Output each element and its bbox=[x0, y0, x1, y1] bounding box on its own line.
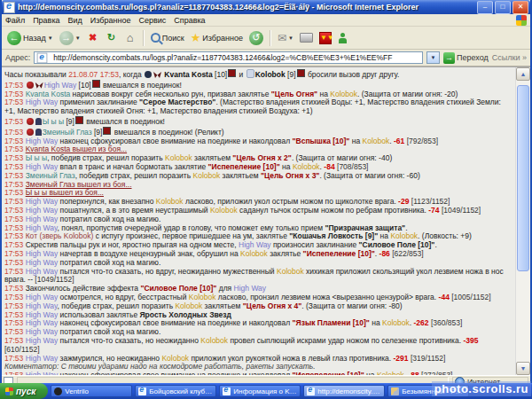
stop-button[interactable]: ✖ bbox=[85, 31, 101, 45]
scroll-down-icon[interactable]: ▼ bbox=[516, 362, 530, 375]
log-text: на bbox=[378, 231, 390, 240]
player-link-highway[interactable]: High Way bbox=[26, 293, 59, 301]
log-text bbox=[23, 81, 25, 90]
download-manager-button[interactable]: ▼▼ bbox=[317, 31, 333, 45]
favorites-button[interactable]: ★ Избранное bbox=[189, 30, 245, 45]
taskbar-item-fight-club[interactable]: Бойцовский клуб - ... bbox=[135, 385, 216, 397]
forward-button[interactable]: → ▼ bbox=[58, 30, 82, 46]
player-link-highway[interactable]: High Way bbox=[44, 81, 77, 90]
taskbar-item-ventrilo[interactable]: Ventrilo bbox=[51, 385, 132, 397]
player-link-highway[interactable]: High Way bbox=[26, 327, 59, 336]
player-link-highway[interactable]: High Way bbox=[26, 215, 59, 223]
log-time: 17:53 bbox=[4, 206, 23, 215]
left-battle-link[interactable]: Ы ы ы вышел из боя... bbox=[26, 188, 104, 197]
spell-name: Ярость Холодных Звезд bbox=[140, 310, 231, 319]
close-button[interactable]: ✕ bbox=[512, 1, 528, 14]
home-button[interactable]: ⌂ bbox=[122, 31, 138, 45]
player-link-kolobok[interactable]: Kolobok bbox=[175, 301, 202, 310]
refresh-button[interactable]: ↻ bbox=[104, 31, 120, 45]
player-link-kolobok[interactable]: Kolobok bbox=[363, 137, 390, 145]
menu-favorites[interactable]: Избранное bbox=[90, 16, 131, 25]
restore-button[interactable]: □ bbox=[495, 1, 511, 14]
back-icon: ← bbox=[7, 31, 21, 45]
address-input[interactable]: http://demonscity.combats.ru/logs.pl?ana… bbox=[34, 51, 423, 64]
player-link-kolobok[interactable]: Kolobok bbox=[200, 336, 228, 345]
player-link[interactable]: Ы ы ы bbox=[43, 117, 64, 126]
player-link-highway[interactable]: High Way bbox=[26, 137, 59, 145]
log-time: 17:53 bbox=[4, 90, 23, 98]
spell-name: "Силовое Поле [10]" bbox=[359, 240, 435, 249]
messenger-button[interactable] bbox=[336, 32, 350, 44]
back-button[interactable]: ← Назад ▼ bbox=[5, 30, 55, 46]
player-link-kolobok[interactable]: Kolobok bbox=[165, 153, 192, 162]
menu-view[interactable]: Вид bbox=[68, 16, 82, 25]
left-battle-link[interactable]: Змеиный Глаз вышел из боя... bbox=[26, 180, 132, 189]
scroll-up-icon[interactable]: ▲ bbox=[516, 67, 530, 81]
player-link[interactable]: Змеиный Глаз bbox=[26, 171, 75, 180]
player-link-highway[interactable]: High Way bbox=[26, 249, 59, 258]
log-text: Закончилось действие эффекта bbox=[23, 284, 140, 293]
player-link-highway[interactable]: High Way bbox=[234, 284, 267, 293]
log-text: потратил свой ход на магию. bbox=[58, 327, 160, 336]
player-link-highway[interactable]: High Way bbox=[26, 98, 59, 106]
mail-button[interactable]: ✉ ▼ bbox=[276, 31, 295, 45]
taskbar-item-info-kolobok[interactable]: Информация о Kolo... bbox=[219, 385, 301, 397]
menu-tools[interactable]: Сервис bbox=[138, 16, 166, 25]
player-link-kolobok[interactable]: Kolobok bbox=[330, 90, 357, 98]
player-link[interactable]: Kvanta Kosta bbox=[26, 90, 71, 98]
inf-icon bbox=[75, 116, 83, 124]
hp-value: [319/1152] bbox=[411, 354, 446, 363]
go-button[interactable]: → Переход bbox=[443, 52, 489, 64]
player-link[interactable]: Ы ы ы bbox=[26, 153, 47, 162]
player-link-kolobok[interactable]: Kolobok bbox=[382, 318, 410, 327]
scrollbar-thumb[interactable] bbox=[517, 85, 529, 271]
minimize-button[interactable]: – bbox=[477, 1, 493, 14]
player-link[interactable]: Змеиный Глаз bbox=[43, 128, 92, 137]
log-text: наконец сфокусировал свое внимание на по… bbox=[58, 318, 292, 327]
player-link-highway[interactable]: High Way bbox=[26, 267, 59, 276]
player-link-kolobok[interactable]: Kolobok bbox=[293, 162, 320, 171]
taskbar-item-demonscity-active[interactable]: http://demonscity.c... bbox=[303, 385, 385, 397]
print-button[interactable] bbox=[298, 32, 315, 43]
player-link-kolobok[interactable]: Kolobok bbox=[377, 371, 404, 375]
address-dropdown-icon[interactable]: ▼ bbox=[426, 51, 440, 64]
player-link-highway[interactable]: High Way bbox=[26, 162, 59, 171]
log-time: 17:53 bbox=[4, 249, 23, 258]
home-icon: ⌂ bbox=[124, 32, 137, 44]
left-battle-link[interactable]: Kvanta Kosta вышел из боя... bbox=[26, 145, 127, 153]
damage-value: -88 bbox=[408, 371, 419, 375]
player-link-highway[interactable]: High Way bbox=[26, 223, 58, 232]
player-link-kolobok[interactable]: Kolobok bbox=[189, 293, 216, 301]
player-link-highway[interactable]: High Way bbox=[26, 318, 59, 327]
player-link-highway[interactable]: High Way bbox=[26, 197, 59, 206]
links-button[interactable]: Ссылки » bbox=[492, 53, 527, 62]
player-link-kolobok[interactable]: Kolobok bbox=[210, 206, 238, 215]
log-time: 17:53 bbox=[4, 117, 23, 126]
player-link-kolobok[interactable]: Kolobok bbox=[156, 197, 184, 206]
log-time: 17:53 bbox=[4, 81, 23, 90]
player-link-highway[interactable]: High Way bbox=[239, 240, 271, 249]
player-link-highway[interactable]: High Way bbox=[26, 310, 59, 319]
player-link-highway[interactable]: High Way bbox=[26, 371, 59, 375]
log-time: 17:53 bbox=[4, 171, 23, 180]
menu-file[interactable]: Файл bbox=[5, 16, 25, 25]
player-link-highway[interactable]: High Way bbox=[26, 336, 59, 345]
player-link-highway[interactable]: High Way bbox=[26, 206, 59, 215]
menu-help[interactable]: Справка bbox=[174, 16, 205, 25]
menu-edit[interactable]: Правка bbox=[33, 16, 59, 25]
player-link-highway[interactable]: High Way bbox=[26, 258, 59, 267]
forward-dropdown-icon[interactable]: ▼ bbox=[75, 35, 81, 41]
player-link-kolobok[interactable]: Kolobok bbox=[277, 267, 304, 276]
player-link-highway[interactable]: High Way bbox=[26, 301, 58, 310]
player-link-highway[interactable]: High Way bbox=[26, 354, 59, 363]
history-button[interactable]: ↺ bbox=[247, 30, 265, 46]
player-link-kolobok[interactable]: Kolobok bbox=[161, 354, 189, 363]
player-link-kolobok[interactable]: Kolobok bbox=[240, 249, 268, 258]
start-button[interactable]: пуск bbox=[0, 383, 48, 399]
vertical-scrollbar[interactable]: ▲ ▼ bbox=[515, 67, 530, 375]
back-dropdown-icon[interactable]: ▼ bbox=[48, 35, 53, 41]
search-button[interactable]: Поиск bbox=[149, 32, 186, 43]
player-link-kolobok[interactable]: Kolobok bbox=[390, 231, 418, 240]
mail-dropdown-icon[interactable]: ▼ bbox=[288, 35, 293, 41]
player-link-kolobok[interactable]: Kolobok bbox=[193, 171, 221, 180]
